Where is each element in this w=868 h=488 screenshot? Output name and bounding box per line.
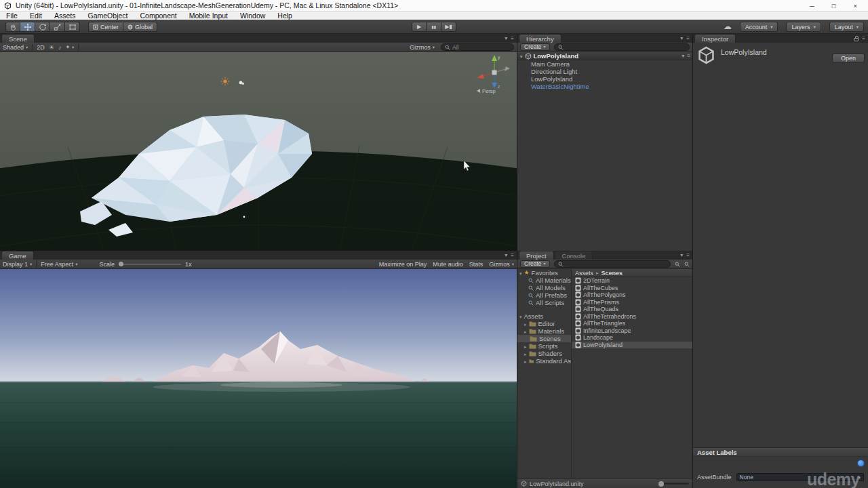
folder-materials[interactable]: Materials (517, 327, 571, 335)
file-allthepolygons[interactable]: AllThePolygons (572, 291, 692, 299)
search-by-type-icon[interactable] (675, 262, 680, 267)
maximize-on-play-toggle[interactable]: Maximize on Play (379, 261, 427, 268)
shading-mode-dropdown[interactable]: Shaded (3, 44, 28, 51)
scale-tool-button[interactable] (50, 22, 65, 32)
pivot-toggle-button[interactable]: Center (88, 22, 123, 32)
mute-audio-toggle[interactable]: Mute audio (433, 261, 463, 268)
file-2dterrain[interactable]: 2DTerrain (572, 277, 692, 285)
display-dropdown[interactable]: Display 1 (3, 261, 32, 268)
scene-viewport[interactable]: y z Persp (0, 52, 517, 251)
folder-scripts[interactable]: Scripts (517, 342, 571, 350)
rotate-tool-button[interactable] (35, 22, 50, 32)
assets-root-folder[interactable]: Assets (517, 312, 571, 320)
panel-dropdown-icon[interactable]: ▾ (505, 252, 507, 259)
menu-component[interactable]: Component (134, 12, 182, 20)
tab-project[interactable]: Project (519, 251, 554, 260)
asset-label-picker-button[interactable] (857, 460, 865, 467)
panel-menu-icon[interactable]: ≡ (511, 252, 514, 259)
scene-search-input[interactable]: All (441, 43, 514, 51)
hierarchy-item-waterbasicnightime[interactable]: WaterBasicNightime (517, 83, 692, 90)
scene-menu-icon[interactable]: ≡ (687, 53, 690, 59)
expand-arrow-icon[interactable] (524, 357, 527, 365)
folder-editor[interactable]: Editor (517, 320, 571, 327)
tab-scene[interactable]: Scene (1, 34, 35, 43)
expand-arrow-icon[interactable] (519, 312, 522, 320)
panel-menu-icon[interactable]: ≡ (862, 35, 865, 42)
hierarchy-item-main-camera[interactable]: Main Camera (517, 60, 692, 68)
cloud-icon[interactable]: ☁ (724, 22, 732, 32)
hand-tool-button[interactable] (5, 22, 20, 32)
search-by-label-icon[interactable] (684, 262, 690, 267)
project-search-input[interactable] (554, 260, 671, 268)
tab-game[interactable]: Game (1, 251, 34, 260)
expand-arrow-icon[interactable] (524, 320, 527, 327)
step-button[interactable]: ▶▮ (441, 22, 456, 32)
menu-gameobject[interactable]: GameObject (82, 12, 134, 20)
stats-toggle[interactable]: Stats (469, 261, 484, 268)
hierarchy-item-lowpolyisland[interactable]: LowPolyIsland (517, 75, 692, 83)
panel-menu-icon[interactable]: ≡ (686, 35, 690, 42)
folder-standard-assets[interactable]: Standard As (517, 357, 571, 365)
scene-gizmos-dropdown[interactable]: Gizmos (410, 44, 435, 51)
move-tool-button[interactable] (20, 22, 35, 32)
file-allthecubes[interactable]: AllTheCubes (572, 285, 692, 292)
panel-menu-icon[interactable]: ≡ (686, 252, 690, 259)
rect-tool-button[interactable] (65, 22, 80, 32)
panel-dropdown-icon[interactable]: ▾ (505, 35, 507, 42)
menu-window[interactable]: Window (234, 12, 271, 20)
file-alltheprisms[interactable]: AllThePrisms (572, 299, 692, 306)
folder-shaders[interactable]: Shaders (517, 350, 571, 357)
scene-effects-dropdown[interactable]: ✦ (65, 44, 74, 50)
tab-hierarchy[interactable]: Hierarchy (519, 34, 561, 43)
game-gizmos-dropdown[interactable]: Gizmos (489, 261, 514, 268)
hierarchy-item-directional-light[interactable]: Directional Light (517, 68, 692, 75)
scene-audio-icon[interactable]: ♪ (58, 44, 62, 51)
expand-arrow-icon[interactable] (519, 269, 522, 277)
file-allthetriangles[interactable]: AllTheTriangles (572, 320, 692, 327)
panel-dropdown-icon[interactable]: ▾ (680, 35, 683, 42)
hierarchy-search-input[interactable] (554, 43, 690, 51)
file-landscape[interactable]: Landscape (572, 334, 692, 342)
favorite-all-scripts[interactable]: All Scripts (517, 299, 571, 306)
menu-file[interactable]: File (0, 12, 24, 20)
scene-lighting-icon[interactable]: ☀ (49, 44, 54, 51)
expand-arrow-icon[interactable] (524, 327, 527, 335)
layout-dropdown[interactable]: Layout (829, 22, 864, 32)
pause-button[interactable]: ▮▮ (427, 22, 441, 32)
persp-label[interactable]: Persp (482, 88, 496, 94)
file-allthequads[interactable]: AllTheQuads (572, 306, 692, 313)
tab-console[interactable]: Console (555, 251, 593, 260)
tab-inspector[interactable]: Inspector (694, 34, 736, 43)
expand-arrow-icon[interactable] (524, 350, 527, 357)
maximize-icon[interactable]: □ (832, 2, 836, 9)
account-dropdown[interactable]: Account (740, 22, 778, 32)
play-button[interactable]: ▶ (412, 22, 427, 32)
expand-arrow-icon[interactable] (520, 52, 523, 60)
favorite-all-materials[interactable]: All Materials (517, 277, 571, 284)
thumbnail-zoom-slider[interactable] (658, 483, 689, 485)
breadcrumb-assets[interactable]: Assets (575, 270, 593, 277)
file-lowpolyisland[interactable]: LowPolyIsland (572, 342, 692, 349)
menu-help[interactable]: Help (271, 12, 298, 20)
minimize-icon[interactable]: ─ (810, 2, 814, 9)
menu-assets[interactable]: Assets (48, 12, 82, 20)
scene-options-icon[interactable]: ▾ (682, 53, 684, 59)
hierarchy-create-button[interactable]: Create (520, 43, 550, 51)
scale-slider[interactable] (119, 264, 181, 265)
close-icon[interactable]: × (853, 2, 857, 9)
2d-toggle[interactable]: 2D (37, 44, 45, 51)
favorites-header[interactable]: ★ Favorites (517, 269, 571, 277)
panel-dropdown-icon[interactable]: ▾ (680, 252, 683, 259)
breadcrumb-scenes[interactable]: Scenes (601, 270, 623, 277)
lock-icon[interactable] (854, 38, 859, 41)
favorite-all-models[interactable]: All Models (517, 284, 571, 291)
panel-menu-icon[interactable]: ≡ (511, 35, 514, 42)
file-allthetetrahedrons[interactable]: AllTheTetrahedrons (572, 313, 692, 321)
project-create-button[interactable]: Create (520, 260, 550, 268)
game-viewport[interactable] (0, 269, 517, 488)
aspect-dropdown[interactable]: Free Aspect (41, 261, 77, 268)
space-toggle-button[interactable]: Global (123, 22, 157, 32)
file-infinitelandscape[interactable]: InfiniteLandscape (572, 327, 692, 335)
menu-edit[interactable]: Edit (24, 12, 48, 20)
expand-arrow-icon[interactable] (524, 342, 527, 350)
